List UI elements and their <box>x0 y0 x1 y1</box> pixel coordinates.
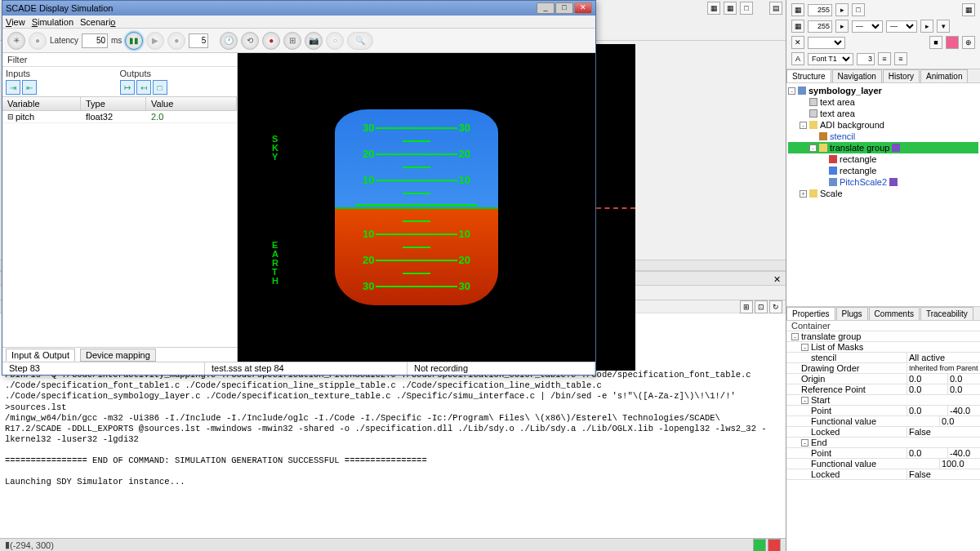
tool-icon[interactable]: ▾ <box>937 20 950 33</box>
step-button[interactable]: ● <box>167 32 185 50</box>
output-icon[interactable]: ↦ <box>120 80 135 95</box>
console-icon[interactable]: ⊞ <box>740 300 753 313</box>
close-icon[interactable]: ✕ <box>791 36 804 49</box>
toolbar-button[interactable]: ● <box>29 32 47 50</box>
status-icon[interactable] <box>768 539 781 552</box>
menu-view[interactable]: View <box>6 17 25 27</box>
value-input[interactable] <box>808 4 832 16</box>
tab-structure[interactable]: Structure <box>786 69 831 82</box>
tab-input-output[interactable]: Input & Output <box>6 349 75 362</box>
toolbar-icon[interactable]: ▦ <box>724 2 737 15</box>
latency-input[interactable] <box>82 33 108 48</box>
prop-row[interactable]: Point0.0-40.0 <box>786 448 980 459</box>
tab-plugs[interactable]: Plugs <box>836 307 868 320</box>
sky-label: SKY <box>272 135 278 162</box>
tab-device-mapping[interactable]: Device mapping <box>80 349 156 362</box>
record-button[interactable]: ● <box>262 32 280 50</box>
tab-history[interactable]: History <box>883 69 920 82</box>
prop-row[interactable]: LockedFalse <box>786 469 980 480</box>
tree-node[interactable]: PitchScale2 <box>788 176 978 188</box>
prop-row[interactable]: Origin0.00.0 <box>786 374 980 384</box>
menu-simulation[interactable]: Simulation <box>32 17 74 27</box>
tool-icon[interactable]: □ <box>852 3 865 16</box>
tool-icon[interactable]: ⊕ <box>962 36 975 49</box>
close-button[interactable]: ✕ <box>574 2 592 14</box>
col-value[interactable]: Value <box>146 97 237 110</box>
sim-titlebar[interactable]: SCADE Display Simulation _ □ ✕ <box>2 1 595 16</box>
output-icon[interactable]: □ <box>153 80 167 95</box>
tool-icon[interactable]: ▦ <box>791 20 804 33</box>
font-dropdown[interactable]: Font T1 <box>808 53 853 65</box>
adi-earth <box>335 207 498 305</box>
tree-node[interactable]: -ADI background <box>788 119 978 131</box>
col-type[interactable]: Type <box>81 97 146 110</box>
toolbar-button[interactable]: ⟲ <box>241 32 259 50</box>
tree-node-selected[interactable]: -translate group <box>788 142 978 153</box>
output-icon[interactable]: ↤ <box>136 80 151 95</box>
structure-tree: -symbology_layer text area text area -AD… <box>786 83 980 306</box>
adi-instrument: 30 30 20 20 10 10 <box>335 109 498 305</box>
tree-node[interactable]: -symbology_layer <box>788 85 978 96</box>
step-input[interactable] <box>189 33 208 48</box>
col-variable[interactable]: Variable <box>2 97 81 110</box>
console-icon[interactable]: ↻ <box>769 300 782 313</box>
tab-comments[interactable]: Comments <box>869 307 920 320</box>
prop-row[interactable]: Functional value0.0 <box>786 416 980 427</box>
play-button[interactable]: ▶ <box>146 32 164 50</box>
font-icon[interactable]: A <box>791 52 804 65</box>
minimize-button[interactable]: _ <box>537 2 555 14</box>
tool-icon[interactable]: ▦ <box>791 3 804 16</box>
tree-node[interactable]: text area <box>788 108 978 119</box>
toolbar-button[interactable]: ○ <box>326 32 344 50</box>
prop-row[interactable]: Reference Point0.00.0 <box>786 384 980 395</box>
toolbar-button[interactable]: ⊞ <box>283 32 301 50</box>
input-icon[interactable]: ⇥ <box>6 80 20 95</box>
zoom-out-button[interactable]: 🔍 <box>347 32 373 50</box>
tool-icon[interactable]: ▦ <box>962 3 975 16</box>
maximize-button[interactable]: □ <box>555 2 573 14</box>
toolbar-icon[interactable]: □ <box>740 2 753 15</box>
pause-button[interactable]: ▮▮ <box>125 32 143 50</box>
tree-node[interactable]: text area <box>788 96 978 108</box>
tool-icon[interactable] <box>946 36 959 49</box>
prop-row[interactable]: LockedFalse <box>786 427 980 438</box>
dropdown[interactable] <box>808 37 845 49</box>
toolbar-icon[interactable]: ▦ <box>707 2 720 15</box>
tab-navigation[interactable]: Navigation <box>832 69 882 82</box>
prop-row[interactable]: Drawing OrderInherited from Parent <box>786 363 980 374</box>
spinner-icon[interactable]: ✳ <box>7 32 25 50</box>
tree-node[interactable]: rectangle <box>788 165 978 176</box>
value-input[interactable] <box>808 20 832 33</box>
tree-node[interactable]: +Scale <box>788 188 978 199</box>
variable-row[interactable]: ⊟pitch float32 2.0 <box>2 111 237 123</box>
menu-scenario[interactable]: Scenario <box>80 17 115 27</box>
status-icon[interactable] <box>753 539 766 552</box>
camera-icon[interactable]: 📷 <box>305 32 323 50</box>
input-icon[interactable]: ⇤ <box>22 80 37 95</box>
toolbar-icon[interactable]: ▤ <box>769 2 782 15</box>
font-size-input[interactable] <box>857 53 875 65</box>
sim-title: SCADE Display Simulation <box>6 3 536 13</box>
tree-node[interactable]: stencil <box>788 131 978 142</box>
tab-animation[interactable]: Animation <box>920 69 968 82</box>
prop-row[interactable]: Functional value100.0 <box>786 459 980 469</box>
tab-traceability[interactable]: Traceability <box>920 307 973 320</box>
prop-row[interactable]: stencilAll active <box>786 353 980 363</box>
tree-node[interactable]: rectangle <box>788 153 978 165</box>
tab-properties[interactable]: Properties <box>786 307 835 320</box>
line-style-dropdown[interactable]: — <box>852 20 883 33</box>
line-style-dropdown[interactable]: — <box>886 20 917 33</box>
plug-icon <box>892 144 900 152</box>
tool-icon[interactable]: ■ <box>929 36 942 49</box>
align-icon[interactable]: ≡ <box>878 52 891 65</box>
close-tab-icon[interactable]: ✕ <box>768 274 786 285</box>
tool-icon[interactable]: ▸ <box>835 3 849 16</box>
prop-row[interactable]: Point0.0-40.0 <box>786 406 980 416</box>
red-dashed-line <box>596 207 635 209</box>
tool-icon[interactable]: ▸ <box>835 20 849 33</box>
toolbar-button[interactable]: 🕐 <box>220 32 238 50</box>
filter-label: Filter <box>2 53 237 67</box>
align-icon[interactable]: ≡ <box>894 52 907 65</box>
console-icon[interactable]: ⊡ <box>755 300 768 313</box>
tool-icon[interactable]: ▸ <box>920 20 933 33</box>
